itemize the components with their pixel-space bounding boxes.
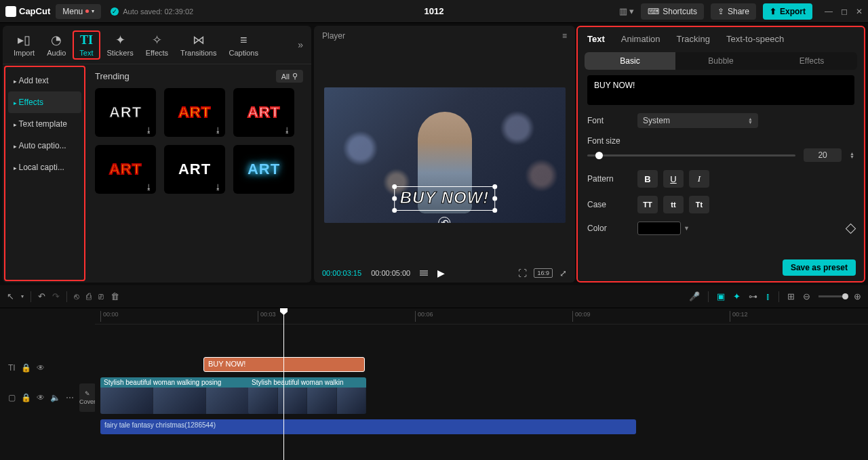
tab-text-props[interactable]: Text <box>587 34 605 44</box>
zoom-slider[interactable] <box>818 295 846 297</box>
color-picker[interactable] <box>637 222 681 235</box>
text-effect-preset[interactable]: ART⭳ <box>233 88 294 137</box>
lock-icon[interactable]: 🔒 <box>21 363 31 373</box>
shortcuts-button[interactable]: ⌨ Shortcuts <box>641 3 704 20</box>
subtab-basic[interactable]: Basic <box>585 52 675 70</box>
redo-button[interactable]: ↷ <box>52 291 60 301</box>
uppercase-button[interactable]: TT <box>637 196 658 213</box>
resize-handle[interactable] <box>392 208 397 213</box>
scale-icon[interactable]: ⛶ <box>518 268 527 278</box>
split-icon[interactable]: ⎋ <box>74 291 79 301</box>
mic-icon[interactable]: 🎤 <box>689 291 700 301</box>
text-effect-preset[interactable]: ART⭳ <box>164 88 225 137</box>
mute-icon[interactable]: 🔈 <box>50 393 60 402</box>
video-track-lane[interactable]: Stylish beautiful woman walking posing S… <box>95 377 868 415</box>
audio-clip[interactable]: fairy tale fantasy christmas(1286544) <box>100 419 636 434</box>
font-select[interactable]: System ▲▼ <box>637 113 758 128</box>
resize-handle[interactable] <box>492 196 497 201</box>
sidebar-local-captions[interactable]: Local capti... <box>8 156 81 178</box>
tab-animation[interactable]: Animation <box>621 34 660 44</box>
resize-handle[interactable] <box>492 184 497 189</box>
delete-icon[interactable]: 🗑 <box>111 291 119 301</box>
trim-right-icon[interactable]: ⎚ <box>98 291 104 301</box>
filter-button[interactable]: All⚲ <box>276 70 303 83</box>
tab-tracking[interactable]: Tracking <box>677 34 710 44</box>
keyframe-icon[interactable] <box>846 223 856 234</box>
undo-button[interactable]: ↶ <box>38 291 45 301</box>
sidebar-text-template[interactable]: Text template <box>8 113 81 135</box>
slider-thumb[interactable] <box>595 152 603 159</box>
fontsize-slider[interactable] <box>587 154 795 156</box>
resize-handle[interactable] <box>392 184 397 189</box>
audio-track-lane[interactable]: fairy tale fantasy christmas(1286544) <box>95 419 868 438</box>
tab-tts[interactable]: Text-to-speech <box>726 34 784 44</box>
export-button[interactable]: ⬆ Export <box>763 3 812 20</box>
more-tabs-button[interactable]: » <box>295 37 306 53</box>
resize-handle[interactable] <box>392 196 397 201</box>
share-button[interactable]: ⇪ Share <box>711 3 756 20</box>
text-effect-preset[interactable]: ART <box>233 145 294 194</box>
text-overlay-selection[interactable]: BUY NOW! ⟲ <box>394 186 496 211</box>
player-menu-icon[interactable]: ≡ <box>562 31 567 41</box>
underline-button[interactable]: U <box>663 170 684 188</box>
lock-icon[interactable]: 🔒 <box>21 393 31 402</box>
eye-icon[interactable]: 👁 <box>37 393 45 402</box>
zoom-in-icon[interactable]: ⊕ <box>854 291 861 301</box>
save-preset-button[interactable]: Save as preset <box>783 259 856 276</box>
preview-axis-icon[interactable]: ⫿ <box>766 291 770 301</box>
player-stage[interactable]: BUY NOW! ⟲ <box>314 46 575 264</box>
close-icon[interactable]: ✕ <box>856 7 863 16</box>
tab-text[interactable]: TIText <box>73 30 100 60</box>
bold-button[interactable]: B <box>637 170 658 188</box>
trim-left-icon[interactable]: ⎙ <box>86 291 92 301</box>
slider-thumb[interactable] <box>842 293 848 299</box>
preview-icon[interactable]: ⊞ <box>787 291 795 301</box>
link-icon[interactable]: ⊶ <box>749 291 757 301</box>
tab-audio[interactable]: ◔Audio <box>41 30 71 60</box>
text-track-lane[interactable]: BUY NOW! <box>95 356 868 377</box>
text-effect-preset[interactable]: ART⭳ <box>164 145 225 194</box>
subtab-bubble[interactable]: Bubble <box>675 52 766 70</box>
tab-stickers[interactable]: ✦Stickers <box>102 30 139 60</box>
chevron-down-icon[interactable]: ▾ <box>21 293 24 299</box>
sidebar-effects[interactable]: Effects <box>8 91 81 113</box>
playhead[interactable] <box>283 308 284 460</box>
magnet-icon[interactable]: ▣ <box>717 291 725 301</box>
sidebar-auto-captions[interactable]: Auto captio... <box>8 135 81 156</box>
menu-button[interactable]: Menu ▾ <box>56 4 101 19</box>
zoom-out-icon[interactable]: ⊖ <box>803 291 810 301</box>
stepper-icon[interactable]: ▲▼ <box>850 152 854 159</box>
layout-icon[interactable]: ▥ ▾ <box>619 6 635 16</box>
project-title[interactable]: 1012 <box>425 6 444 16</box>
time-ruler[interactable]: 00:00 00:03 00:06 00:09 00:12 <box>95 308 868 325</box>
tab-effects[interactable]: ✧Effects <box>140 30 174 60</box>
aspect-ratio[interactable]: 16:9 <box>534 268 553 278</box>
text-content-input[interactable]: BUY NOW! <box>587 75 854 105</box>
minimize-icon[interactable]: — <box>825 7 833 16</box>
text-effect-preset[interactable]: ART⭳ <box>95 88 156 137</box>
text-effect-preset[interactable]: ART⭳ <box>95 145 156 194</box>
tab-import[interactable]: ▸▯Import <box>8 30 40 60</box>
cover-button[interactable]: ✎ Cover <box>79 383 96 412</box>
fontsize-value[interactable]: 20 <box>804 148 842 162</box>
sidebar-add-text[interactable]: Add text <box>8 70 81 91</box>
selection-tool-icon[interactable]: ↖ <box>7 291 14 301</box>
italic-button[interactable]: I <box>689 170 709 188</box>
text-clip[interactable]: BUY NOW! <box>203 357 365 372</box>
eye-icon[interactable]: 👁 <box>37 363 45 373</box>
snap-icon[interactable]: ✦ <box>733 291 741 301</box>
tab-transitions[interactable]: ⋈Transitions <box>175 30 222 60</box>
titlecase-button[interactable]: Tt <box>689 196 709 213</box>
maximize-icon[interactable]: ◻ <box>841 7 848 16</box>
tab-captions[interactable]: ≡Captions <box>223 30 263 60</box>
resize-handle[interactable] <box>492 208 497 213</box>
subtab-effects[interactable]: Effects <box>766 52 857 70</box>
chevron-down-icon[interactable]: ▼ <box>684 225 690 232</box>
compare-icon[interactable] <box>420 270 428 276</box>
track-area[interactable]: 00:00 00:03 00:06 00:09 00:12 BUY NOW! S… <box>95 308 868 460</box>
play-button[interactable]: ▶ <box>437 268 445 278</box>
more-icon[interactable]: ⋯ <box>66 393 74 402</box>
video-clip[interactable]: Stylish beautiful woman walkin <box>248 377 366 414</box>
lowercase-button[interactable]: tt <box>663 196 684 213</box>
fullscreen-icon[interactable]: ⤢ <box>559 268 567 278</box>
